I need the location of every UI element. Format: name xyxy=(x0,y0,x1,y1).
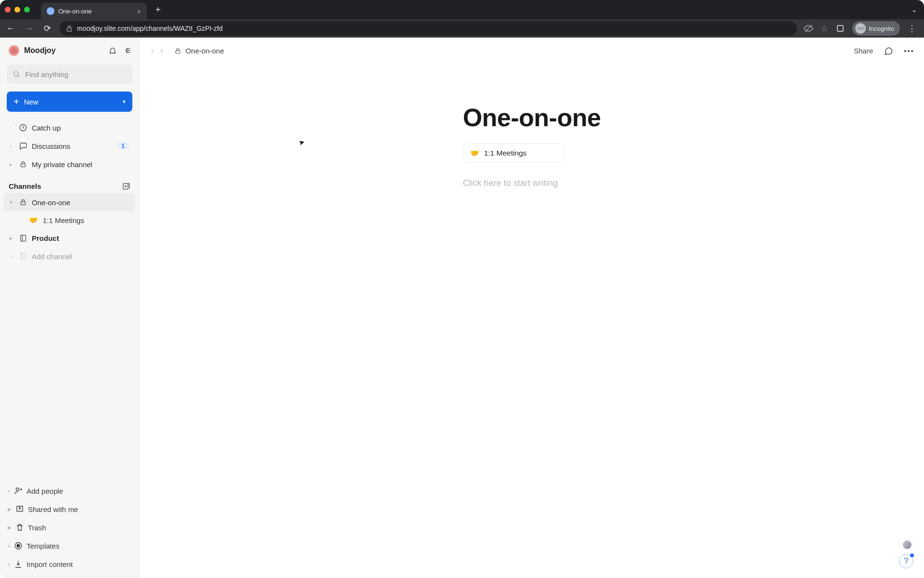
close-window-icon[interactable] xyxy=(5,7,11,13)
tab-favicon-icon xyxy=(47,7,54,15)
page-label: 1:1 Meetings xyxy=(43,216,84,224)
page-title[interactable]: One-on-one xyxy=(463,103,601,132)
book-icon xyxy=(18,234,28,242)
trash-icon xyxy=(15,523,24,532)
svg-point-23 xyxy=(17,544,20,547)
footer-label: Templates xyxy=(26,542,59,550)
channel-label: One-on-one xyxy=(32,198,70,207)
workspace-header[interactable]: Moodjoy xyxy=(0,38,139,62)
browser-tab-strip: One-on-one × + ⌄ xyxy=(0,0,924,19)
maximize-window-icon[interactable] xyxy=(24,7,30,13)
svg-rect-14 xyxy=(21,202,25,205)
back-button[interactable]: ← xyxy=(5,24,16,34)
svg-rect-10 xyxy=(21,164,25,167)
bullet-icon: • xyxy=(8,143,14,149)
nav-discussions[interactable]: • Discussions 1 xyxy=(4,137,135,155)
dropdown-caret-icon[interactable]: ▾ xyxy=(123,98,126,105)
plus-icon: + xyxy=(13,96,19,107)
footer-label: Add people xyxy=(26,487,63,495)
breadcrumb[interactable]: One-on-one xyxy=(174,47,224,55)
chevron-down-icon[interactable]: ▸ xyxy=(8,199,14,206)
page-1-1-meetings[interactable]: 🤝 1:1 Meetings xyxy=(4,211,135,229)
footer-templates[interactable]: • Templates xyxy=(4,537,135,555)
search-input[interactable]: Find anything xyxy=(7,65,132,84)
close-tab-icon[interactable]: × xyxy=(137,7,141,15)
chat-icon xyxy=(18,142,28,150)
handshake-emoji-icon: 🤝 xyxy=(470,149,479,158)
download-icon xyxy=(14,560,23,568)
nav-label: My private channel xyxy=(32,160,92,169)
svg-rect-0 xyxy=(67,28,72,31)
lock-icon xyxy=(18,160,28,168)
footer-label: Shared with me xyxy=(28,505,78,513)
presence-avatar-icon[interactable] xyxy=(903,540,911,549)
share-button[interactable]: Share xyxy=(854,47,873,55)
incognito-indicator[interactable]: 👓 Incognito xyxy=(852,21,900,36)
bullet-icon: • xyxy=(8,125,14,131)
user-plus-icon xyxy=(14,486,23,495)
browser-tab[interactable]: One-on-one × xyxy=(41,3,147,19)
nav-label: Catch up xyxy=(32,124,61,132)
new-tab-button[interactable]: + xyxy=(151,5,166,15)
svg-point-19 xyxy=(16,488,19,491)
channel-label: Product xyxy=(32,234,59,242)
footer-trash[interactable]: ▸ Trash xyxy=(4,518,135,537)
browser-menu-icon[interactable]: ⋮ xyxy=(908,23,916,34)
linked-page-card[interactable]: 🤝 1:1 Meetings xyxy=(463,144,564,163)
document: One-on-one 🤝 1:1 Meetings Click here to … xyxy=(453,103,611,188)
workspace-name: Moodjoy xyxy=(24,46,56,55)
notifications-icon[interactable] xyxy=(108,46,117,55)
channel-one-on-one[interactable]: ▸ One-on-one xyxy=(4,193,135,211)
footer-shared[interactable]: ▸ Shared with me xyxy=(4,500,135,518)
reload-button[interactable]: ⟳ xyxy=(41,23,53,34)
new-button[interactable]: + New ▾ xyxy=(7,92,132,112)
minimize-window-icon[interactable] xyxy=(14,7,20,13)
svg-line-8 xyxy=(18,76,19,77)
templates-icon xyxy=(14,541,23,550)
svg-rect-24 xyxy=(176,51,180,53)
url-field[interactable]: moodjoy.slite.com/app/channels/WAZtI_GzP… xyxy=(60,21,797,36)
bookmark-star-icon[interactable]: ☆ xyxy=(821,24,828,34)
collapse-sidebar-icon[interactable] xyxy=(124,46,132,55)
history-back-icon[interactable]: ‹ xyxy=(149,46,156,55)
history-forward-icon[interactable]: › xyxy=(158,46,165,55)
nav-private-channel[interactable]: ▸ My private channel xyxy=(4,155,135,173)
tabs-overflow-icon[interactable]: ⌄ xyxy=(911,6,917,13)
lock-icon xyxy=(174,47,181,54)
nav-label: Discussions xyxy=(32,142,70,150)
forward-button[interactable]: → xyxy=(23,24,35,34)
bullet-icon: • xyxy=(8,560,10,568)
footer-import[interactable]: • Import content xyxy=(4,555,135,573)
incognito-icon: 👓 xyxy=(855,23,866,34)
search-placeholder: Find anything xyxy=(25,70,68,79)
more-menu-icon[interactable]: ••• xyxy=(904,47,914,55)
lock-icon xyxy=(66,25,72,32)
eye-off-icon[interactable] xyxy=(804,24,813,33)
extensions-icon[interactable] xyxy=(836,24,845,33)
new-channel-icon[interactable] xyxy=(122,182,130,190)
footer-label: Import content xyxy=(26,560,73,568)
chevron-right-icon[interactable]: ▸ xyxy=(8,235,14,241)
breadcrumb-label: One-on-one xyxy=(185,47,224,55)
sidebar: Moodjoy Find anything + New xyxy=(0,38,140,578)
editor-placeholder[interactable]: Click here to start writing xyxy=(463,178,601,188)
comments-icon[interactable] xyxy=(884,46,893,56)
chevron-right-icon[interactable]: ▸ xyxy=(8,505,12,513)
add-channel-button[interactable]: • Add channel xyxy=(4,247,135,265)
inbox-icon xyxy=(15,505,24,513)
help-button[interactable]: ? xyxy=(899,554,913,568)
add-channel-label: Add channel xyxy=(32,252,72,261)
chevron-right-icon[interactable]: ▸ xyxy=(8,523,12,532)
new-button-label: New xyxy=(24,98,38,106)
nav-catch-up[interactable]: • Catch up xyxy=(4,118,135,137)
url-text: moodjoy.slite.com/app/channels/WAZtI_GzP… xyxy=(77,25,223,32)
search-icon xyxy=(13,70,20,78)
channel-product[interactable]: ▸ Product xyxy=(4,229,135,247)
footer-label: Trash xyxy=(28,524,46,532)
footer-add-people[interactable]: • Add people xyxy=(4,482,135,500)
clock-icon xyxy=(18,123,28,132)
section-label: Channels xyxy=(9,182,41,190)
chevron-right-icon[interactable]: ▸ xyxy=(8,161,14,168)
bullet-icon: • xyxy=(8,487,10,495)
history-nav: ‹ › xyxy=(149,46,165,56)
